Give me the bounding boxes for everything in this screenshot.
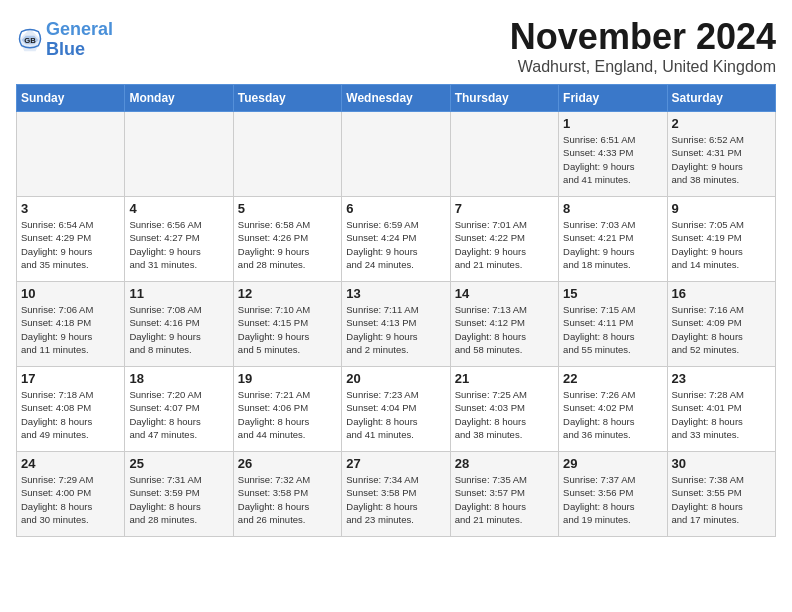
calendar-cell: 26Sunrise: 7:32 AM Sunset: 3:58 PM Dayli… xyxy=(233,452,341,537)
calendar-cell: 10Sunrise: 7:06 AM Sunset: 4:18 PM Dayli… xyxy=(17,282,125,367)
calendar-cell xyxy=(233,112,341,197)
day-info: Sunrise: 7:35 AM Sunset: 3:57 PM Dayligh… xyxy=(455,473,554,526)
day-number: 22 xyxy=(563,371,662,386)
day-number: 7 xyxy=(455,201,554,216)
calendar-cell: 5Sunrise: 6:58 AM Sunset: 4:26 PM Daylig… xyxy=(233,197,341,282)
calendar-cell: 16Sunrise: 7:16 AM Sunset: 4:09 PM Dayli… xyxy=(667,282,775,367)
day-number: 4 xyxy=(129,201,228,216)
calendar-cell: 8Sunrise: 7:03 AM Sunset: 4:21 PM Daylig… xyxy=(559,197,667,282)
day-number: 18 xyxy=(129,371,228,386)
day-info: Sunrise: 7:18 AM Sunset: 4:08 PM Dayligh… xyxy=(21,388,120,441)
title-block: November 2024 Wadhurst, England, United … xyxy=(510,16,776,76)
day-info: Sunrise: 7:13 AM Sunset: 4:12 PM Dayligh… xyxy=(455,303,554,356)
day-number: 12 xyxy=(238,286,337,301)
day-number: 20 xyxy=(346,371,445,386)
day-info: Sunrise: 6:52 AM Sunset: 4:31 PM Dayligh… xyxy=(672,133,771,186)
day-info: Sunrise: 7:38 AM Sunset: 3:55 PM Dayligh… xyxy=(672,473,771,526)
day-number: 3 xyxy=(21,201,120,216)
week-row-2: 3Sunrise: 6:54 AM Sunset: 4:29 PM Daylig… xyxy=(17,197,776,282)
day-info: Sunrise: 6:58 AM Sunset: 4:26 PM Dayligh… xyxy=(238,218,337,271)
calendar-cell: 21Sunrise: 7:25 AM Sunset: 4:03 PM Dayli… xyxy=(450,367,558,452)
calendar-cell: 25Sunrise: 7:31 AM Sunset: 3:59 PM Dayli… xyxy=(125,452,233,537)
day-number: 6 xyxy=(346,201,445,216)
calendar-cell: 18Sunrise: 7:20 AM Sunset: 4:07 PM Dayli… xyxy=(125,367,233,452)
week-row-5: 24Sunrise: 7:29 AM Sunset: 4:00 PM Dayli… xyxy=(17,452,776,537)
logo-general: General xyxy=(46,19,113,39)
calendar-cell xyxy=(17,112,125,197)
calendar-cell: 14Sunrise: 7:13 AM Sunset: 4:12 PM Dayli… xyxy=(450,282,558,367)
day-number: 15 xyxy=(563,286,662,301)
calendar-cell: 17Sunrise: 7:18 AM Sunset: 4:08 PM Dayli… xyxy=(17,367,125,452)
logo: GB General Blue xyxy=(16,20,113,60)
day-number: 5 xyxy=(238,201,337,216)
calendar-cell: 6Sunrise: 6:59 AM Sunset: 4:24 PM Daylig… xyxy=(342,197,450,282)
day-info: Sunrise: 7:21 AM Sunset: 4:06 PM Dayligh… xyxy=(238,388,337,441)
week-row-4: 17Sunrise: 7:18 AM Sunset: 4:08 PM Dayli… xyxy=(17,367,776,452)
day-number: 26 xyxy=(238,456,337,471)
calendar-cell: 23Sunrise: 7:28 AM Sunset: 4:01 PM Dayli… xyxy=(667,367,775,452)
day-info: Sunrise: 7:23 AM Sunset: 4:04 PM Dayligh… xyxy=(346,388,445,441)
svg-text:GB: GB xyxy=(24,36,36,45)
week-row-3: 10Sunrise: 7:06 AM Sunset: 4:18 PM Dayli… xyxy=(17,282,776,367)
day-info: Sunrise: 7:32 AM Sunset: 3:58 PM Dayligh… xyxy=(238,473,337,526)
header-day-sunday: Sunday xyxy=(17,85,125,112)
calendar-cell: 13Sunrise: 7:11 AM Sunset: 4:13 PM Dayli… xyxy=(342,282,450,367)
day-info: Sunrise: 7:34 AM Sunset: 3:58 PM Dayligh… xyxy=(346,473,445,526)
day-number: 30 xyxy=(672,456,771,471)
day-number: 24 xyxy=(21,456,120,471)
header-day-friday: Friday xyxy=(559,85,667,112)
calendar-cell: 2Sunrise: 6:52 AM Sunset: 4:31 PM Daylig… xyxy=(667,112,775,197)
day-number: 27 xyxy=(346,456,445,471)
calendar-cell xyxy=(450,112,558,197)
day-info: Sunrise: 7:28 AM Sunset: 4:01 PM Dayligh… xyxy=(672,388,771,441)
day-info: Sunrise: 7:16 AM Sunset: 4:09 PM Dayligh… xyxy=(672,303,771,356)
calendar-cell: 11Sunrise: 7:08 AM Sunset: 4:16 PM Dayli… xyxy=(125,282,233,367)
day-info: Sunrise: 7:05 AM Sunset: 4:19 PM Dayligh… xyxy=(672,218,771,271)
day-info: Sunrise: 6:59 AM Sunset: 4:24 PM Dayligh… xyxy=(346,218,445,271)
logo-icon: GB xyxy=(16,26,44,54)
header-row: SundayMondayTuesdayWednesdayThursdayFrid… xyxy=(17,85,776,112)
day-info: Sunrise: 7:25 AM Sunset: 4:03 PM Dayligh… xyxy=(455,388,554,441)
calendar-cell: 4Sunrise: 6:56 AM Sunset: 4:27 PM Daylig… xyxy=(125,197,233,282)
day-number: 10 xyxy=(21,286,120,301)
day-number: 23 xyxy=(672,371,771,386)
day-info: Sunrise: 6:51 AM Sunset: 4:33 PM Dayligh… xyxy=(563,133,662,186)
calendar-table: SundayMondayTuesdayWednesdayThursdayFrid… xyxy=(16,84,776,537)
calendar-cell: 9Sunrise: 7:05 AM Sunset: 4:19 PM Daylig… xyxy=(667,197,775,282)
calendar-cell: 1Sunrise: 6:51 AM Sunset: 4:33 PM Daylig… xyxy=(559,112,667,197)
day-number: 29 xyxy=(563,456,662,471)
day-number: 19 xyxy=(238,371,337,386)
day-number: 14 xyxy=(455,286,554,301)
day-number: 2 xyxy=(672,116,771,131)
day-info: Sunrise: 6:56 AM Sunset: 4:27 PM Dayligh… xyxy=(129,218,228,271)
calendar-cell xyxy=(342,112,450,197)
calendar-cell: 29Sunrise: 7:37 AM Sunset: 3:56 PM Dayli… xyxy=(559,452,667,537)
day-number: 16 xyxy=(672,286,771,301)
header-section: GB General Blue November 2024 Wadhurst, … xyxy=(16,16,776,76)
day-info: Sunrise: 6:54 AM Sunset: 4:29 PM Dayligh… xyxy=(21,218,120,271)
calendar-cell: 15Sunrise: 7:15 AM Sunset: 4:11 PM Dayli… xyxy=(559,282,667,367)
calendar-cell: 27Sunrise: 7:34 AM Sunset: 3:58 PM Dayli… xyxy=(342,452,450,537)
day-number: 1 xyxy=(563,116,662,131)
day-number: 21 xyxy=(455,371,554,386)
day-info: Sunrise: 7:06 AM Sunset: 4:18 PM Dayligh… xyxy=(21,303,120,356)
header-day-tuesday: Tuesday xyxy=(233,85,341,112)
subtitle: Wadhurst, England, United Kingdom xyxy=(510,58,776,76)
day-info: Sunrise: 7:37 AM Sunset: 3:56 PM Dayligh… xyxy=(563,473,662,526)
day-number: 8 xyxy=(563,201,662,216)
day-number: 11 xyxy=(129,286,228,301)
day-number: 13 xyxy=(346,286,445,301)
day-info: Sunrise: 7:15 AM Sunset: 4:11 PM Dayligh… xyxy=(563,303,662,356)
day-info: Sunrise: 7:10 AM Sunset: 4:15 PM Dayligh… xyxy=(238,303,337,356)
main-title: November 2024 xyxy=(510,16,776,58)
logo-text: General Blue xyxy=(46,20,113,60)
week-row-1: 1Sunrise: 6:51 AM Sunset: 4:33 PM Daylig… xyxy=(17,112,776,197)
calendar-cell: 3Sunrise: 6:54 AM Sunset: 4:29 PM Daylig… xyxy=(17,197,125,282)
logo-blue: Blue xyxy=(46,39,85,59)
day-info: Sunrise: 7:31 AM Sunset: 3:59 PM Dayligh… xyxy=(129,473,228,526)
header-day-wednesday: Wednesday xyxy=(342,85,450,112)
header-day-thursday: Thursday xyxy=(450,85,558,112)
calendar-cell: 7Sunrise: 7:01 AM Sunset: 4:22 PM Daylig… xyxy=(450,197,558,282)
day-info: Sunrise: 7:01 AM Sunset: 4:22 PM Dayligh… xyxy=(455,218,554,271)
day-number: 17 xyxy=(21,371,120,386)
